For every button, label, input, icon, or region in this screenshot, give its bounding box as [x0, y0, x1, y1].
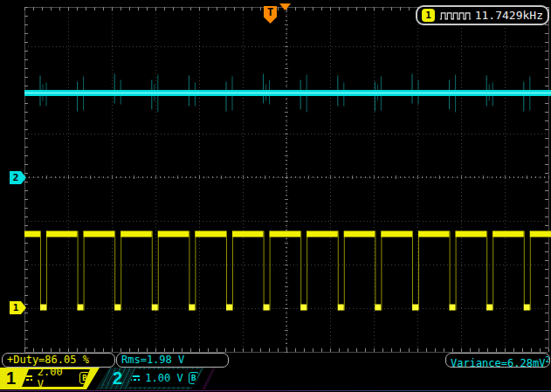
ch2-waveform	[24, 74, 551, 113]
measurement-variance-value: Variance=6.28mV	[451, 357, 545, 368]
bandwidth-limit-icon: B	[79, 372, 90, 384]
measurement-duty-value: +Duty=86.05 %	[7, 354, 89, 366]
frequency-value: 11.7429kHz	[475, 9, 543, 22]
counter-channel-badge: 1	[422, 9, 435, 22]
bottom-divider	[0, 390, 551, 391]
measurement-rms-value: Rms=1.98 V	[121, 354, 184, 366]
square-wave-icon	[439, 9, 471, 23]
dc-coupling-icon	[22, 375, 32, 381]
dc-coupling-icon	[129, 375, 140, 381]
channel2-number: 2	[113, 368, 122, 389]
measurement-variance-box: Variance=6.28mV2	[445, 353, 550, 368]
measurement-duty-box: +Duty=86.05 %	[2, 353, 115, 368]
channel1-scale: 2.00 V	[38, 366, 74, 390]
waveform-display	[0, 0, 551, 392]
channel1-status[interactable]: 1 2.00 V B	[0, 368, 100, 389]
channel3-edge-decoration	[203, 368, 216, 389]
channel1-number: 1	[6, 368, 16, 389]
bandwidth-limit-icon: B	[189, 372, 199, 384]
frequency-counter-badge: 1 11.7429kHz	[416, 5, 549, 25]
oscilloscope-screen: T 1 11.7429kHz 2 1 +Duty=86.05 % Rms=1.9…	[0, 0, 551, 392]
variance-superscript: 2	[545, 355, 549, 364]
channel-status-bar: 1 2.00 V B 2 1.00 V B	[0, 368, 551, 389]
grid	[24, 7, 549, 353]
channel2-status[interactable]: 2 1.00 V B	[96, 368, 204, 389]
channel2-scale: 1.00 V	[145, 372, 183, 384]
measurement-rms-box: Rms=1.98 V	[116, 353, 229, 368]
